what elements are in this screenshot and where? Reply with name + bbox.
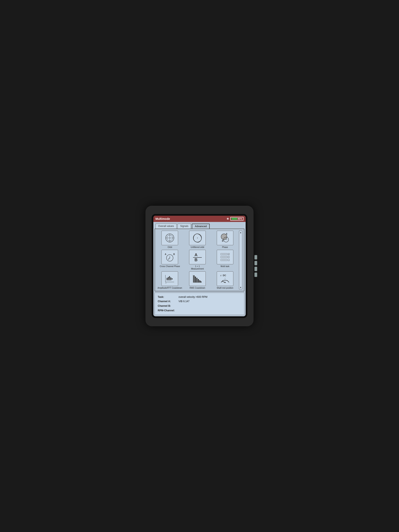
svg-text:✓: ✓ xyxy=(228,253,229,255)
signal-icon: ✳ xyxy=(227,217,229,221)
svg-text:DC: DC xyxy=(223,274,226,277)
tab-signals[interactable]: Signals xyxy=(177,224,191,228)
icon-box-cross-channel-phase: A B xyxy=(161,250,178,264)
amplitude-fft-label: Amplitude/FFT Coastdown xyxy=(158,287,182,289)
icon-phase[interactable]: A B Phase xyxy=(212,231,238,248)
tabs-container: Overall values Signals Advanced xyxy=(153,222,246,228)
scroll-down-arrow[interactable]: ▼ xyxy=(239,286,242,289)
rpm-label: RPM-Channel: xyxy=(158,308,177,313)
task-value: overall velocity >600 RPM xyxy=(178,295,207,299)
svg-rect-42 xyxy=(171,278,171,279)
channel-a-value: VIB 6.147 xyxy=(178,299,190,304)
side-buttons xyxy=(254,255,257,277)
tab-overall-values[interactable]: Overall values xyxy=(155,224,177,228)
title-bar: Multimode ✳ 85% xyxy=(153,216,246,222)
battery-level xyxy=(232,218,237,220)
svg-text:!: ! xyxy=(228,256,228,258)
icon-box-unfiltered-orbit xyxy=(189,231,206,245)
icon-shaft-rest[interactable]: d DC xyxy=(212,271,238,289)
orbit-svg xyxy=(164,233,176,243)
icon-box-phase: A B xyxy=(217,231,233,245)
unfiltered-orbit-label: Unfiltered orbit xyxy=(190,246,204,248)
svg-text:A: A xyxy=(195,253,197,257)
svg-rect-52 xyxy=(195,277,196,282)
svg-text:B: B xyxy=(173,253,175,255)
unfiltered-orbit-svg xyxy=(191,233,203,243)
svg-rect-48 xyxy=(171,279,171,280)
battery-percent: 85% xyxy=(238,218,242,220)
1plus1-svg: A B xyxy=(191,252,203,262)
icon-1plus1[interactable]: A B 1 + 1Measurement xyxy=(184,250,211,270)
1plus1-label: 1 + 1Measurement xyxy=(191,265,204,270)
side-btn-1[interactable] xyxy=(254,255,257,260)
task-row: Task: overall velocity >600 RPM xyxy=(158,295,241,299)
side-btn-2[interactable] xyxy=(254,261,257,265)
svg-rect-43 xyxy=(172,278,172,279)
icon-box-shaft-rest: d DC xyxy=(217,271,233,286)
channel-a-row: Channel A: VIB 6.147 xyxy=(158,299,241,304)
channel-b-row: Channel B: xyxy=(158,304,241,308)
content-area: Orbit Unfiltered orbit xyxy=(155,228,244,291)
svg-line-17 xyxy=(168,258,170,259)
icon-box-multi-task: ✓ ! ... xyxy=(217,250,233,264)
svg-rect-51 xyxy=(193,275,195,282)
device-body: Multimode ✳ 85% Overall values Signals xyxy=(146,206,253,326)
icon-cross-channel-phase[interactable]: A B Cross Channel Phase xyxy=(157,250,183,270)
tab-advanced[interactable]: Advanced xyxy=(192,224,209,228)
icon-box-rms-coastdown xyxy=(189,271,206,286)
rms-coastdown-svg xyxy=(191,273,203,284)
title-bar-right: ✳ 85% xyxy=(227,217,244,221)
svg-text:B: B xyxy=(222,240,223,242)
scroll-up-arrow[interactable]: ▲ xyxy=(239,231,242,234)
screen-bezel: Multimode ✳ 85% Overall values Signals xyxy=(152,214,247,318)
icon-multi-task[interactable]: ✓ ! ... xyxy=(212,250,238,270)
svg-point-65 xyxy=(224,282,226,283)
svg-rect-56 xyxy=(201,281,201,282)
svg-rect-54 xyxy=(198,279,199,282)
icon-amplitude-fft[interactable]: T Amplitude/FFT Coastdown xyxy=(157,271,183,289)
shaft-rest-svg: d DC xyxy=(219,273,231,284)
battery-indicator: 85% xyxy=(230,217,244,221)
icon-box-amplitude-fft: T xyxy=(161,271,178,286)
svg-rect-55 xyxy=(199,280,200,282)
svg-rect-45 xyxy=(167,279,167,280)
icon-rms-coastdown[interactable]: RMS Coastdown xyxy=(184,271,211,289)
side-btn-4[interactable] xyxy=(254,272,257,277)
svg-point-5 xyxy=(197,238,198,238)
svg-rect-53 xyxy=(196,278,197,282)
icon-unfiltered-orbit[interactable]: Unfiltered orbit xyxy=(184,231,211,248)
cross-channel-phase-svg: A B xyxy=(164,252,176,262)
scrollbar[interactable]: ▲ ▼ xyxy=(239,231,242,289)
multi-task-label: Multi task xyxy=(221,265,229,268)
shaft-rest-label: Shaft rest position xyxy=(217,287,233,289)
icon-orbit[interactable]: Orbit xyxy=(157,231,183,248)
orbit-label: Orbit xyxy=(167,246,172,248)
screen: Multimode ✳ 85% Overall values Signals xyxy=(153,216,246,316)
svg-text:A: A xyxy=(226,233,227,235)
multi-task-svg: ✓ ! ... xyxy=(219,252,231,262)
svg-rect-39 xyxy=(167,278,167,279)
svg-text:d: d xyxy=(220,274,221,277)
svg-rect-47 xyxy=(169,279,170,280)
phase-svg: A B xyxy=(219,233,231,243)
svg-text:T: T xyxy=(165,282,166,284)
svg-text:B: B xyxy=(195,258,197,262)
svg-text:...: ... xyxy=(228,259,229,261)
channel-b-label: Channel B: xyxy=(158,304,177,308)
side-btn-3[interactable] xyxy=(254,267,257,271)
svg-rect-46 xyxy=(168,279,169,280)
rms-coastdown-label: RMS Coastdown xyxy=(190,287,205,289)
svg-text:A: A xyxy=(165,253,166,255)
icon-box-orbit xyxy=(161,231,178,245)
cross-channel-phase-label: Cross Channel Phase xyxy=(160,265,180,268)
icon-box-1plus1: A B xyxy=(189,250,206,264)
channel-a-label: Channel A: xyxy=(158,299,177,304)
rpm-row: RPM-Channel: xyxy=(158,308,241,313)
app-title: Multimode xyxy=(155,217,170,221)
icon-grid: Orbit Unfiltered orbit xyxy=(157,231,242,289)
info-panel: Task: overall velocity >600 RPM Channel … xyxy=(155,293,244,315)
amplitude-fft-svg: T xyxy=(164,273,176,284)
phase-label: Phase xyxy=(222,246,228,248)
task-label: Task: xyxy=(158,295,177,299)
